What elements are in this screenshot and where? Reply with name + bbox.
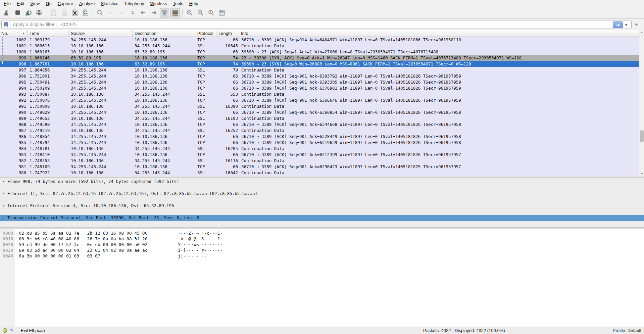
menu-file[interactable]: File (1, 0, 14, 7)
hex-offset: 0020 (3, 242, 13, 247)
packet-row-997[interactable]: 9971.86485634.255.145.24410.10.186.136SS… (0, 67, 639, 73)
resize-columns-icon[interactable] (217, 8, 227, 17)
packet-row-982[interactable]: 9821.74835310.10.186.13634.255.145.244SS… (0, 158, 639, 164)
menu-capture[interactable]: Capture (55, 0, 76, 7)
open-file-icon[interactable] (49, 8, 58, 17)
start-capture-icon[interactable] (2, 8, 11, 17)
hex-bytes[interactable]: 00 3c b6 c8 40 00 40 06 26 7e 0a 0a ba 8… (19, 236, 148, 242)
add-filter-button-icon[interactable]: + (633, 21, 640, 28)
menu-tools[interactable]: Tools (170, 0, 186, 7)
menu-statistics[interactable]: Statistics (98, 0, 121, 7)
reload-file-icon[interactable] (81, 8, 90, 17)
hex-bytes[interactable]: 6a 3b 00 00 00 00 01 03 03 07 (19, 253, 100, 259)
last-packet-icon[interactable]: ⇥ (149, 8, 158, 17)
display-filter-input[interactable]: Apply a display filter ... <Ctrl-/> ➜ ▼ … (1, 20, 632, 29)
filter-bookmark-icon[interactable] (4, 22, 8, 27)
hex-ascii[interactable]: ····Z··~ +·c···E· (178, 230, 222, 236)
hex-bytes[interactable]: 59 c3 99 de 00 17 57 3c 0e cb 00 00 00 0… (19, 242, 148, 247)
zoom-in-icon[interactable]: + (185, 8, 194, 17)
colorize-icon[interactable] (170, 8, 180, 17)
packet-row-980[interactable]: 9801.74792210.10.186.13634.255.145.244SS… (0, 170, 639, 176)
packet-row-987[interactable]: 9871.74921910.10.186.13634.255.145.244SS… (0, 128, 639, 134)
menu-wireless[interactable]: Wireless (147, 0, 170, 7)
packet-row-990[interactable]: 9901.74982934.255.145.24410.10.186.136TC… (0, 109, 639, 115)
hex-ascii[interactable]: ·<··@·@· &~····? (178, 236, 222, 242)
packet-row-989[interactable]: 9891.74965210.10.186.13634.255.145.244SS… (0, 115, 639, 122)
packet-time: 1.868263 (28, 49, 69, 55)
column-header-no[interactable]: No. ▲ (0, 30, 28, 37)
packet-row-991[interactable]: 9911.75000810.10.186.13634.255.145.244SS… (0, 103, 639, 109)
packet-row-996[interactable]: 9961.75100134.255.145.24410.10.186.136TC… (0, 73, 639, 79)
go-to-packet-icon[interactable]: ↴ (128, 8, 137, 17)
hex-row-0040[interactable]: 00406a 3b 00 00 00 00 01 03 03 07j;·····… (0, 253, 644, 259)
menu-help[interactable]: Help (186, 0, 201, 7)
expand-triangle-icon[interactable]: ▸ (3, 179, 5, 185)
hex-ascii[interactable]: j;······ ·· (178, 253, 207, 259)
packet-list-scrollbar[interactable]: ▲ ▼ (639, 30, 644, 176)
hex-row-0020[interactable]: 002059 c3 99 de 00 17 57 3c 0e cb 00 00 … (0, 242, 644, 247)
restart-capture-icon[interactable] (23, 8, 33, 17)
packet-row-985[interactable]: 9851.74879434.255.145.24410.10.186.136TC… (0, 140, 639, 146)
find-packet-icon[interactable] (95, 8, 105, 17)
expand-triangle-icon[interactable]: ▸ (3, 203, 5, 209)
expert-info-icon[interactable] (3, 328, 7, 333)
close-file-icon[interactable] (70, 8, 80, 17)
column-header-source[interactable]: Source (69, 30, 133, 37)
column-header-destination[interactable]: Destination (133, 30, 195, 37)
packet-row-994[interactable]: 9941.75020934.255.145.24410.10.186.136TC… (0, 85, 639, 91)
packet-row-988[interactable]: 9881.74939034.255.145.24410.10.186.136TC… (0, 122, 639, 128)
hex-bytes[interactable]: 69 03 5d a4 00 00 02 04 23 01 04 02 08 0… (19, 247, 148, 253)
packet-row-1001[interactable]: 10011.90861310.10.186.13634.255.145.244S… (0, 43, 639, 49)
menu-edit[interactable]: Edit (14, 0, 27, 7)
column-header-protocol[interactable]: Protocol (195, 30, 216, 37)
menu-telephony[interactable]: Telephony (121, 0, 147, 7)
scroll-up-icon[interactable]: ▲ (639, 30, 644, 35)
hex-ascii[interactable]: Y·····W< ········ (178, 242, 222, 247)
filter-dropdown-caret-icon[interactable]: ▼ (625, 23, 628, 27)
column-header-time[interactable]: Time (28, 30, 69, 37)
menu-view[interactable]: View (27, 0, 43, 7)
related-packet-line (2, 37, 3, 43)
capture-comment-icon[interactable]: ✎ (10, 328, 14, 333)
packet-row-995[interactable]: 9951.75049134.255.145.24410.10.186.136TC… (0, 79, 639, 85)
capture-options-icon[interactable] (34, 8, 44, 17)
apply-filter-button[interactable]: ➜ (613, 21, 623, 28)
scroll-down-icon[interactable]: ▼ (639, 172, 644, 176)
packet-row-981[interactable]: 9811.74810934.255.145.24410.10.186.136TC… (0, 164, 639, 170)
packet-row-1000[interactable]: 10001.86826310.10.186.13663.32.89.195TCP… (0, 49, 639, 55)
packet-row-986[interactable]: 9861.74885434.255.145.24410.10.186.136TC… (0, 134, 639, 140)
packet-row-993[interactable]: 9931.75008710.10.186.13634.255.145.244SS… (0, 91, 639, 97)
go-back-icon[interactable]: ‹ (106, 8, 115, 17)
scrollbar-thumb[interactable] (640, 130, 644, 142)
column-header-length[interactable]: Length (216, 30, 239, 37)
go-forward-icon[interactable]: › (117, 8, 126, 17)
save-file-icon[interactable] (59, 8, 69, 17)
menu-analyze[interactable]: Analyze (76, 0, 98, 7)
detail-line-3[interactable]: ▸Transmission Control Protocol, Src Port… (0, 215, 644, 221)
packet-row-992[interactable]: 9921.75007634.255.145.24410.10.186.136TC… (0, 97, 639, 103)
hex-row-0000[interactable]: 000002 c8 85 b5 5a aa 02 7e 2b 12 63 16 … (0, 230, 644, 236)
packet-row-984[interactable]: 9841.74878110.10.186.13634.255.145.244SS… (0, 146, 639, 152)
hex-row-0030[interactable]: 003069 03 5d a4 00 00 02 04 23 01 04 02 … (0, 247, 644, 253)
column-header-info[interactable]: Info (239, 30, 639, 37)
hex-bytes[interactable]: 02 c8 85 b5 5a aa 02 7e 2b 12 63 16 08 0… (19, 230, 148, 236)
stop-capture-icon[interactable] (13, 8, 22, 17)
first-packet-icon[interactable]: ⇤ (138, 8, 148, 17)
expand-triangle-icon[interactable]: ▸ (3, 215, 5, 221)
detail-line-1[interactable]: ▸Ethernet II, Src: 02:7e:2b:12:63:16 (02… (0, 191, 644, 197)
detail-line-0[interactable]: ▸Frame 998: 74 bytes on wire (592 bits),… (0, 179, 644, 185)
hex-ascii[interactable]: i·]····· #······· (178, 247, 222, 253)
packet-row-998[interactable]: 9981.86776110.10.186.13663.32.89.195TCP7… (0, 61, 639, 67)
profile-selector[interactable]: Profile: Default (613, 328, 641, 333)
hex-row-0010[interactable]: 001000 3c b6 c8 40 00 40 06 26 7e 0a 0a … (0, 236, 644, 242)
auto-scroll-icon[interactable] (160, 8, 169, 17)
packet-row-1002[interactable]: 10021.90917934.255.145.24410.10.186.136T… (0, 37, 639, 43)
detail-line-2[interactable]: ▸Internet Protocol Version 4, Src: 10.10… (0, 203, 644, 209)
packet-row-983[interactable]: 9831.74841034.255.145.24410.10.186.136TC… (0, 152, 639, 158)
expand-triangle-icon[interactable]: ▸ (3, 191, 5, 197)
packet-row-999[interactable]: 9991.86824663.32.89.19510.10.186.136TCP7… (0, 55, 639, 61)
menu-go[interactable]: Go (43, 0, 54, 7)
zoom-out-icon[interactable]: − (196, 8, 205, 17)
zoom-normal-icon[interactable]: 1 (206, 8, 216, 17)
packet-source: 10.10.186.136 (69, 49, 133, 55)
